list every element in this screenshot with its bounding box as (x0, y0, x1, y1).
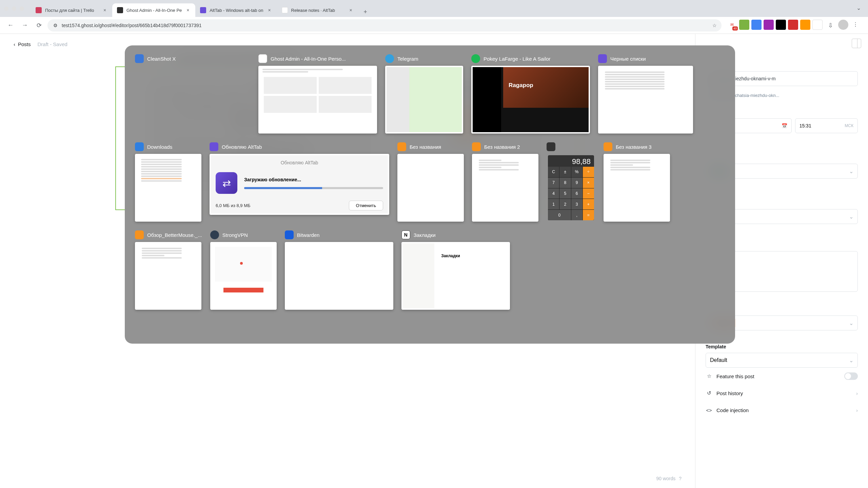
tabs-container: Посты для сайта | Trello × Ghost Admin -… (31, 0, 371, 17)
template-label: Template (706, 344, 858, 349)
alttab-item-bitwarden[interactable]: Bitwarden (285, 230, 393, 310)
cursor-icon: ↖ (483, 74, 487, 80)
profile-avatar[interactable] (838, 20, 848, 30)
calc-key[interactable]: ÷ (583, 167, 594, 177)
alttab-icon (598, 54, 607, 63)
alttab-item-update[interactable]: Обновляю AltTab Обновляю AltTab ⇄ Загруж… (210, 142, 389, 222)
ext-icon[interactable] (764, 20, 774, 30)
feature-post-toggle[interactable]: ☆Feature this post (706, 368, 858, 385)
calc-key[interactable]: 2 (559, 199, 571, 209)
tab-title: Ghost Admin - All-In-One Pe (126, 8, 182, 13)
extensions-bar: ✉40 ⇩ ⋮ (724, 20, 863, 31)
alttab-item-bettermouse[interactable]: Обзор_BetterMouse._... (135, 230, 202, 310)
site-settings-icon[interactable]: ⚙ (52, 22, 58, 28)
calc-key[interactable]: C (548, 167, 559, 177)
window-thumbnail: Обновляю AltTab ⇄ Загружаю обновление...… (210, 154, 389, 215)
browser-tab-strip: Посты для сайта | Trello × Ghost Admin -… (0, 0, 868, 17)
alttab-item-pages2[interactable]: Без названия 2 (472, 142, 538, 222)
cancel-button[interactable]: Отменить (349, 201, 383, 210)
calc-key[interactable]: ± (559, 167, 571, 177)
window-traffic-lights[interactable] (4, 6, 24, 11)
sidebar-layout-icon[interactable] (852, 39, 861, 48)
download-icon[interactable]: ⇩ (825, 20, 836, 31)
chevron-down-icon[interactable]: ⌄ (856, 5, 864, 12)
calc-key[interactable]: 8 (559, 178, 571, 188)
alttab-item-telegram[interactable]: Telegram (385, 54, 463, 134)
reload-button[interactable]: ⟳ (33, 20, 45, 31)
alttab-item-chrome[interactable]: Ghost Admin - All-In-One Perso... (258, 54, 377, 134)
minimize-window-icon[interactable] (12, 6, 16, 11)
ext-icon[interactable] (800, 20, 810, 30)
download-size: 6,0 МБ из 8,9 МБ (216, 203, 251, 208)
address-bar[interactable]: ⚙ test1574.ghost.io/ghost/#/editor/post/… (47, 19, 722, 32)
tab-title: Посты для сайта | Trello (45, 8, 99, 13)
calc-key[interactable]: 9 (571, 178, 583, 188)
calc-key[interactable]: 3 (571, 199, 583, 209)
tab-title: Release notes · AltTab (291, 8, 345, 13)
telegram-icon (385, 54, 394, 63)
bookmark-star-icon[interactable]: ☆ (712, 23, 717, 28)
alttab-icon (210, 142, 218, 151)
close-tab-icon[interactable]: × (267, 7, 272, 13)
tab-trello[interactable]: Посты для сайта | Trello × (31, 3, 112, 17)
toggle-switch[interactable] (844, 372, 858, 380)
ext-icon[interactable] (751, 20, 762, 30)
update-title: Обновляю AltTab (281, 160, 318, 165)
word-count: 90 words ? (656, 476, 682, 481)
close-tab-icon[interactable]: × (348, 7, 354, 13)
calc-key[interactable]: 6 (571, 188, 583, 199)
calc-key[interactable]: , (571, 210, 583, 220)
help-icon[interactable]: ? (679, 476, 682, 481)
calc-key[interactable]: − (583, 188, 594, 199)
alttab-item-downloads[interactable]: Downloads (135, 142, 201, 222)
calc-key[interactable]: × (583, 178, 594, 188)
close-tab-icon[interactable]: × (102, 7, 107, 13)
time-input[interactable]: 15:31МСК (795, 118, 858, 133)
post-history-link[interactable]: ↺Post history › (706, 385, 858, 402)
alttab-item-spotify[interactable]: Pokey LaFarge - Like A Sailor Ragapop ↖ (471, 54, 590, 134)
alttab-item-blacklist[interactable]: Черные списки (598, 54, 693, 134)
calc-key[interactable]: = (583, 210, 594, 220)
ext-icon[interactable] (776, 20, 786, 30)
window-thumbnail: Закладки (401, 242, 510, 310)
alttab-item-strongvpn[interactable]: StrongVPN (210, 230, 277, 310)
calc-key[interactable]: 1 (548, 199, 559, 209)
posts-back-link[interactable]: ‹ Posts (14, 41, 31, 47)
browser-nav-bar: ← → ⟳ ⚙ test1574.ghost.io/ghost/#/editor… (0, 17, 868, 34)
calc-key[interactable]: 5 (559, 188, 571, 199)
alttab-item-cleanshot[interactable]: CleanShot X (135, 54, 250, 134)
close-window-icon[interactable] (4, 6, 8, 11)
chevron-down-icon: ⌄ (849, 168, 853, 175)
new-tab-button[interactable]: + (360, 7, 371, 17)
calc-key[interactable]: 4 (548, 188, 559, 199)
url-text: test1574.ghost.io/ghost/#/editor/post/66… (62, 23, 709, 28)
forward-button[interactable]: → (19, 20, 31, 31)
cleanshot-icon (135, 54, 144, 63)
alttab-item-pages1[interactable]: Без названия (397, 142, 464, 222)
tab-alttab[interactable]: AltTab - Windows alt-tab on × (195, 3, 277, 17)
window-thumbnail (598, 66, 693, 134)
alttab-item-notion[interactable]: NЗакладки Закладки (401, 230, 510, 310)
calc-key[interactable]: 7 (548, 178, 559, 188)
calc-key[interactable]: % (571, 167, 583, 177)
tab-release-notes[interactable]: Release notes · AltTab × (277, 3, 358, 17)
calc-key[interactable]: 0 (548, 210, 571, 220)
gmail-ext-icon[interactable]: ✉40 (727, 20, 737, 30)
maximize-window-icon[interactable] (20, 6, 24, 11)
alttab-item-calculator[interactable]: 98,88 C ± % ÷ 7 8 9 × 4 5 6 − 1 (547, 142, 595, 222)
kebab-menu-icon[interactable]: ⋮ (850, 20, 861, 30)
alttab-overlay[interactable]: CleanShot X Ghost Admin - All-In-One Per… (125, 45, 735, 344)
ext-icon[interactable] (812, 20, 823, 30)
window-thumbnail (210, 242, 277, 310)
template-select[interactable]: Default⌄ (706, 353, 858, 368)
back-button[interactable]: ← (5, 20, 16, 31)
alttab-item-pages3[interactable]: Без названия 3 (604, 142, 670, 222)
ext-icon[interactable] (788, 20, 798, 30)
ext-icon[interactable] (739, 20, 749, 30)
calc-key[interactable]: + (583, 199, 594, 209)
close-tab-icon[interactable]: × (185, 7, 191, 13)
code-injection-link[interactable]: <>Code injection › (706, 402, 858, 419)
star-icon: ☆ (706, 373, 712, 379)
tab-ghost[interactable]: Ghost Admin - All-In-One Pe × (112, 3, 195, 17)
window-thumbnail (604, 154, 670, 222)
